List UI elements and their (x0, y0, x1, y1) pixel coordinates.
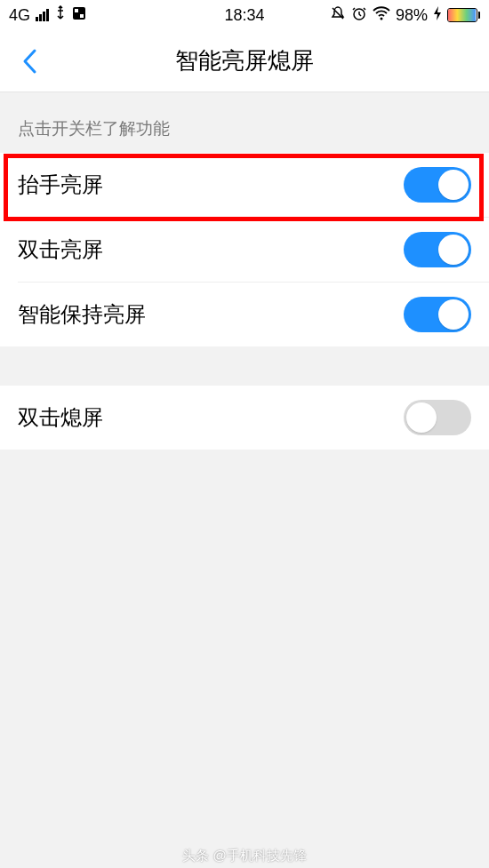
item-label: 双击亮屏 (18, 235, 103, 264)
svg-rect-1 (75, 9, 78, 12)
item-raise-to-wake[interactable]: 抬手亮屏 (0, 153, 489, 217)
section-hint: 点击开关栏了解功能 (0, 92, 489, 153)
mute-icon (330, 5, 346, 26)
item-label: 智能保持亮屏 (18, 300, 146, 329)
svg-rect-2 (80, 14, 84, 18)
battery-icon (447, 8, 480, 22)
status-bar: 4G 18:34 98% (0, 0, 489, 30)
status-right: 98% (330, 5, 480, 26)
wifi-icon (373, 6, 390, 25)
toggle-double-tap-wake[interactable] (404, 232, 471, 267)
toggle-double-tap-sleep[interactable] (404, 400, 471, 435)
network-type: 4G (9, 6, 30, 25)
charging-icon (433, 6, 442, 25)
toggle-raise-to-wake[interactable] (404, 167, 471, 203)
item-double-tap-sleep[interactable]: 双击熄屏 (0, 386, 489, 450)
toggle-smart-stay[interactable] (404, 297, 471, 332)
group-gap (0, 346, 489, 386)
battery-percent: 98% (396, 6, 428, 25)
item-double-tap-wake[interactable]: 双击亮屏 (0, 218, 489, 282)
usb-icon (54, 5, 67, 26)
settings-group-1: 抬手亮屏 双击亮屏 智能保持亮屏 (0, 153, 489, 346)
alarm-icon (351, 5, 367, 26)
signal-icon (36, 9, 49, 21)
item-label: 双击熄屏 (18, 403, 103, 432)
item-smart-stay[interactable]: 智能保持亮屏 (0, 283, 489, 346)
back-button[interactable] (16, 48, 43, 75)
watermark: 头条 @手机科技先锋 (182, 848, 306, 864)
status-left: 4G (9, 5, 86, 26)
item-label: 抬手亮屏 (18, 171, 103, 199)
page-title: 智能亮屏熄屏 (175, 45, 314, 76)
svg-point-4 (380, 17, 382, 20)
nav-bar: 智能亮屏熄屏 (0, 30, 489, 92)
settings-group-2: 双击熄屏 (0, 386, 489, 450)
status-time: 18:34 (224, 6, 264, 25)
app-icon (72, 6, 86, 25)
